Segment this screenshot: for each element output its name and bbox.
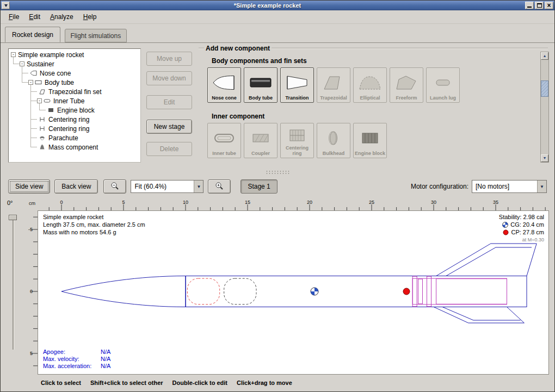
hint-click-select: Click to select [41, 379, 81, 386]
tile-label: Body tube [249, 96, 273, 101]
svg-text:0: 0 [60, 200, 63, 205]
zoom-in-button[interactable] [208, 179, 231, 194]
svg-text:5: 5 [30, 351, 33, 356]
max-velocity-label: Max. velocity: [43, 356, 101, 363]
back-view-button[interactable]: Back view [54, 179, 98, 194]
tree-item-rocket[interactable]: - Simple example rocket [9, 50, 140, 59]
rotation-slider-track[interactable] [13, 217, 14, 350]
tile-label: Centering ring [281, 146, 313, 157]
scroll-down-icon[interactable]: ▼ [541, 154, 548, 162]
tree-item-body-tube[interactable]: - Body tube [9, 78, 140, 87]
hint-click-drag: Click+drag to move [237, 379, 292, 386]
move-down-button[interactable]: Move down [146, 71, 192, 85]
menu-analyze[interactable]: Analyze [45, 11, 78, 22]
design-top-section: - Simple example rocket - Sustainer Nose… [1, 43, 554, 169]
tree-item-inner-tube[interactable]: - Inner Tube [9, 96, 140, 105]
stability-value: Stability: 2.98 cal [499, 213, 544, 221]
component-tree[interactable]: - Simple example rocket - Sustainer Nose… [8, 48, 141, 163]
add-coupler-button[interactable]: Coupler [244, 123, 278, 158]
maximize-button[interactable] [535, 2, 544, 9]
tree-item-sustainer[interactable]: - Sustainer [9, 59, 140, 69]
svg-text:25: 25 [369, 200, 374, 205]
svg-text:5: 5 [122, 200, 125, 205]
move-up-button[interactable]: Move up [146, 52, 192, 66]
minimize-icon [527, 7, 532, 8]
add-trapezoidal-fin-button[interactable]: Trapezoidal [317, 67, 350, 103]
new-stage-button[interactable]: New stage [146, 120, 192, 134]
menu-file[interactable]: File [4, 11, 24, 22]
tile-label: Engine block [355, 151, 385, 157]
edit-button[interactable]: Edit [146, 95, 192, 109]
zoom-value: Fit (60.4%) [131, 181, 194, 192]
mass-component-icon [39, 144, 46, 151]
title-bar: *Simple example rocket × [1, 1, 554, 10]
delete-button[interactable]: Delete [146, 142, 192, 156]
tree-item-parachute[interactable]: Parachute [9, 133, 140, 142]
inner-components-row: Inner tube Coupler Centering ring Bulkhe… [207, 123, 387, 158]
minimize-button[interactable] [525, 2, 534, 9]
tree-item-label: Sustainer [27, 60, 54, 68]
centering-ring-icon [39, 125, 46, 132]
tree-item-label: Mass component [48, 144, 98, 151]
scroll-up-icon[interactable]: ▲ [541, 52, 548, 60]
tree-item-label: Centering ring [48, 116, 89, 123]
tree-item-centering-ring-1[interactable]: Centering ring [9, 115, 140, 124]
stage-1-toggle[interactable]: Stage 1 [240, 179, 277, 194]
add-centering-ring-button[interactable]: Centering ring [280, 123, 314, 158]
rocket-canvas[interactable]: Simple example rocket Length 37.5 cm, ma… [38, 210, 549, 375]
parachute-icon [39, 134, 46, 141]
tree-item-label: Body tube [45, 79, 74, 86]
transition-icon [285, 70, 310, 96]
tile-label: Trapezoidal [320, 96, 347, 101]
tab-rocket-design[interactable]: Rocket design [5, 27, 60, 42]
tree-item-engine-block[interactable]: Engine block [9, 105, 140, 115]
tile-label: Inner tube [212, 151, 236, 157]
rotation-slider-handle[interactable] [9, 215, 17, 220]
split-divider[interactable] [1, 168, 554, 177]
zoom-out-button[interactable] [103, 179, 126, 194]
tree-item-label: Inner Tube [53, 97, 84, 105]
collapse-icon[interactable]: - [28, 80, 33, 85]
svg-text:30: 30 [431, 200, 436, 205]
menu-help[interactable]: Help [78, 11, 102, 22]
collapse-icon[interactable]: - [11, 52, 16, 57]
group-title: Add new component [204, 45, 272, 52]
motor-configuration-value: [No motors] [472, 181, 537, 192]
close-button[interactable]: × [545, 2, 553, 9]
tree-item-fin-set[interactable]: Trapezoidal fin set [9, 87, 140, 96]
window-title: *Simple example rocket [11, 2, 524, 9]
add-engine-block-button[interactable]: Engine block [353, 123, 387, 158]
add-nose-cone-button[interactable]: Nose cone [207, 67, 241, 103]
tree-item-centering-ring-2[interactable]: Centering ring [9, 124, 140, 133]
add-inner-tube-button[interactable]: Inner tube [207, 123, 241, 158]
max-acceleration-label: Max. acceleration: [43, 363, 101, 370]
rocket-name: Simple example rocket [43, 213, 145, 221]
side-view-button[interactable]: Side view [8, 179, 50, 194]
collapse-icon[interactable]: - [20, 61, 24, 66]
tree-item-label: Centering ring [48, 125, 89, 133]
add-elliptical-fin-button[interactable]: Elliptical [353, 67, 387, 103]
tile-label: Launch lug [430, 96, 456, 101]
tab-flight-simulations[interactable]: Flight simulations [65, 29, 127, 42]
scrollbar-thumb[interactable] [541, 80, 548, 97]
tree-item-label: Simple example rocket [18, 51, 84, 59]
add-body-tube-button[interactable]: Body tube [244, 67, 278, 103]
rocket-view-zone: 0° cm 05101520253035 -505 [1, 195, 554, 377]
collapse-icon[interactable]: - [37, 98, 42, 103]
fin-set-icon [39, 88, 46, 95]
menu-edit[interactable]: Edit [24, 11, 45, 22]
tree-item-mass-component[interactable]: Mass component [9, 142, 140, 152]
zoom-select[interactable]: Fit (60.4%) ▼ [131, 180, 203, 193]
tile-label: Nose cone [212, 96, 237, 101]
add-transition-button[interactable]: Transition [280, 67, 314, 103]
add-freeform-fin-button[interactable]: Freeform [390, 67, 423, 103]
bulkhead-icon [321, 125, 346, 151]
add-launch-lug-button[interactable]: Launch lug [426, 67, 460, 103]
component-scrollbar[interactable]: ▲ ▼ [540, 52, 549, 163]
coupler-icon [248, 125, 273, 151]
window-menu-icon[interactable] [2, 2, 10, 9]
motor-configuration-select[interactable]: [No motors] ▼ [472, 180, 547, 193]
tree-item-nose-cone[interactable]: Nose cone [9, 69, 140, 78]
add-component-panel: Add new component Body components and fi… [196, 43, 549, 167]
add-bulkhead-button[interactable]: Bulkhead [317, 123, 350, 158]
